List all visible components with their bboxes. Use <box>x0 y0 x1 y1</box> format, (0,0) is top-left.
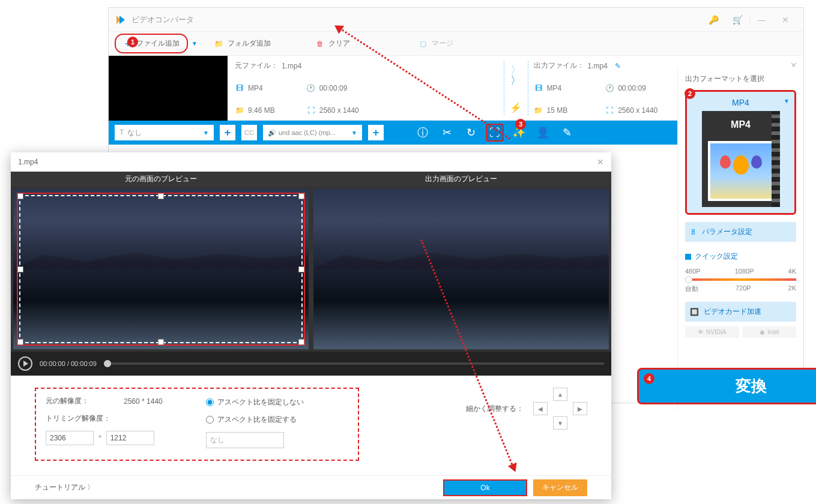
crop-box[interactable] <box>19 195 303 343</box>
preset-auto[interactable]: 自動 <box>685 284 698 293</box>
gpu-accel-button[interactable]: 🔲 ビデオカード加速 <box>685 302 796 322</box>
controls-panel: 元の解像度： 2560 * 1440 トリミング解像度： * アスペクト比を固定… <box>11 376 611 473</box>
gpu-chips: 👁NVIDIA ◉Intel <box>685 326 796 338</box>
src-duration: 00:00:09 <box>319 84 348 92</box>
dpad-up[interactable]: ▲ <box>553 388 567 401</box>
add-file-button[interactable]: + ファイル追加 <box>115 34 188 53</box>
src-preview-area[interactable] <box>13 189 309 349</box>
quality-slider[interactable] <box>685 278 796 281</box>
cut-button[interactable]: ✂ <box>438 124 456 142</box>
out-size: 15 MB <box>547 106 568 115</box>
convert-button[interactable]: 変換 <box>637 368 816 404</box>
watermark-button[interactable]: 👤 <box>534 124 552 142</box>
intel-chip: ◉Intel <box>743 326 797 338</box>
audio-select[interactable]: 🔊und aac (LC) (mp... ▼ <box>263 125 362 140</box>
output-format-title: 出力フォーマットを選択 <box>685 74 796 84</box>
trim-height-input[interactable] <box>106 431 154 445</box>
format-label: MP4 <box>693 98 788 107</box>
add-audio-button[interactable]: + <box>368 125 384 140</box>
format-card[interactable]: MP4 ▼ MP4 <box>685 90 796 215</box>
dpad-right[interactable]: ▶ <box>573 402 587 415</box>
annotation-3: 3 <box>515 119 526 130</box>
video-thumbnail[interactable] <box>109 56 228 121</box>
info-button[interactable]: ⓘ <box>414 124 432 142</box>
dialog-title: 1.mp4 <box>18 158 38 166</box>
output-preview: 出力画面のプレビュー <box>311 172 611 352</box>
preset-4k[interactable]: 4K <box>788 268 796 275</box>
crop-handle-mr[interactable] <box>298 266 304 272</box>
audio-value: und aac (LC) (mp... <box>279 129 336 136</box>
dialog-close-button[interactable]: ✕ <box>597 157 604 167</box>
dimensions-icon: ⛶ <box>306 106 316 115</box>
format-thumbnail: MP4 <box>702 111 780 207</box>
fine-adjust-label: 細かく調整する： <box>466 404 524 414</box>
preset-1080p[interactable]: 1080P <box>735 268 754 275</box>
merge-button[interactable]: ▢ マージ <box>411 35 461 52</box>
time-current: 00:00:00 <box>40 360 65 367</box>
crop-dialog: 1.mp4 ✕ 元の画面のプレビュー 出力画面のプレビュー <box>11 152 611 499</box>
subtitle-select[interactable]: Tなし ▼ <box>115 125 214 140</box>
right-panel: 出力フォーマットを選択 MP4 ▼ MP4 🎚 パラメータ設定 クイック設定 4… <box>677 67 803 411</box>
format-icon: 🎞 <box>235 83 244 93</box>
minimize-button[interactable]: — <box>749 15 773 25</box>
tutorial-link[interactable]: チュートリアル 〉 <box>35 482 94 493</box>
merge-label: マージ <box>432 38 453 49</box>
src-res-value: 2560 * 1440 <box>124 397 163 406</box>
aspect-unlock-label: アスペクト比を固定しない <box>217 397 304 407</box>
src-format: MP4 <box>248 84 263 92</box>
crop-handle-br[interactable] <box>298 339 304 345</box>
close-button[interactable]: ✕ <box>773 15 797 25</box>
trim-width-input[interactable] <box>46 431 94 445</box>
dpad-down[interactable]: ▼ <box>553 416 567 430</box>
arrow-divider: 〉 〉 ⚡ <box>504 61 528 115</box>
square-icon <box>685 254 691 260</box>
aspect-lock-radio[interactable]: アスペクト比を固定する <box>206 415 348 425</box>
quick-label: クイック設定 <box>695 251 738 262</box>
clear-button[interactable]: 🗑 クリア <box>308 35 357 52</box>
filter-button[interactable]: ✎ <box>558 124 576 142</box>
ok-button[interactable]: Ok <box>443 479 527 496</box>
crop-handle-ml[interactable] <box>17 266 23 272</box>
preset-720p[interactable]: 720P <box>736 284 751 293</box>
app-logo-icon <box>115 14 127 26</box>
add-folder-button[interactable]: 📁 フォルダ追加 <box>207 35 278 52</box>
title-bar: ビデオコンバータ 🔑 🛒 — ✕ <box>109 8 803 32</box>
app-title: ビデオコンバータ <box>131 14 701 25</box>
rotate-button[interactable]: ↻ <box>462 124 480 142</box>
folder-icon: 📁 <box>235 106 244 115</box>
seek-bar[interactable] <box>104 362 604 365</box>
src-res: 2560 x 1440 <box>319 106 359 115</box>
annotation-2: 2 <box>685 88 695 99</box>
crop-handle-bm[interactable] <box>158 339 164 345</box>
crop-handle-tm[interactable] <box>158 193 164 199</box>
cc-button[interactable]: CC <box>241 125 257 140</box>
param-label: パラメータ設定 <box>702 227 752 237</box>
license-key-icon[interactable]: 🔑 <box>701 15 725 25</box>
clear-label: クリア <box>328 38 350 49</box>
gpu-label: ビデオカード加速 <box>704 307 761 317</box>
preset-480p[interactable]: 480P <box>685 268 701 275</box>
add-subtitle-button[interactable]: + <box>220 125 235 140</box>
aspect-unlock-radio[interactable]: アスペクト比を固定しない <box>206 397 348 407</box>
parameter-settings-button[interactable]: 🎚 パラメータ設定 <box>685 222 796 242</box>
crop-handle-bl[interactable] <box>17 339 23 345</box>
convert-label: 変換 <box>736 377 767 395</box>
crop-button[interactable]: ⛶ <box>486 124 504 142</box>
cancel-button[interactable]: キャンセル <box>533 479 587 496</box>
dpad: ▲ ▼ ◀ ▶ <box>533 388 587 430</box>
annotation-4: 4 <box>644 373 654 384</box>
aspect-combo[interactable]: なし <box>206 432 284 448</box>
src-size: 9.46 MB <box>248 106 275 115</box>
folder-plus-icon: 📁 <box>214 39 224 49</box>
edit-name-button[interactable]: ✎ <box>615 62 621 70</box>
dpad-left[interactable]: ◀ <box>533 402 548 415</box>
trim-res-label: トリミング解像度： <box>46 413 124 424</box>
play-button[interactable] <box>18 356 32 371</box>
top-toolbar: + ファイル追加 ▼ 📁 フォルダ追加 🗑 クリア ▢ マージ <box>109 32 803 56</box>
crop-handle-tl[interactable] <box>17 193 23 199</box>
add-file-dropdown[interactable]: ▼ <box>188 40 201 47</box>
preset-2k[interactable]: 2K <box>788 284 796 293</box>
crop-handle-tr[interactable] <box>298 193 304 199</box>
chevron-down-icon: ▼ <box>784 98 790 104</box>
cart-icon[interactable]: 🛒 <box>725 15 749 25</box>
